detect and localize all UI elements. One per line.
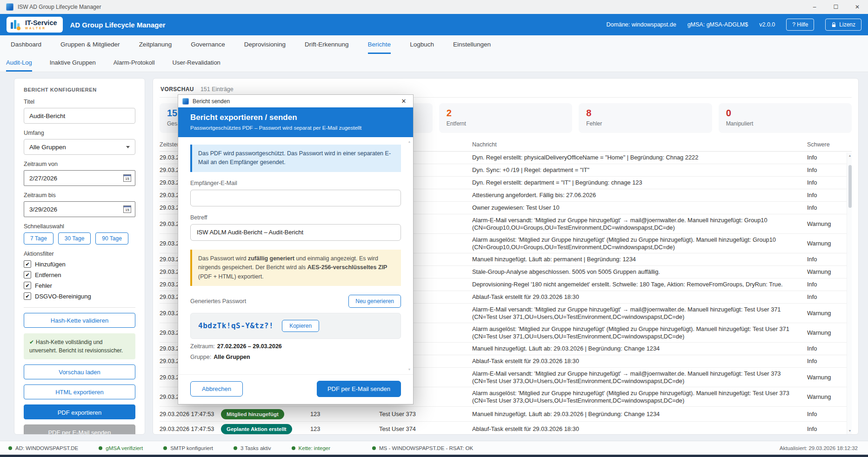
cancel-button[interactable]: Abbrechen xyxy=(190,381,243,397)
validate-hash-button[interactable]: Hash-Kette validieren xyxy=(24,313,135,328)
filter-dsgvo-bereinigung[interactable]: ✔ DSGVO-Bereinigung xyxy=(24,292,135,300)
cell-schwere: Info xyxy=(807,256,852,263)
subtab-alarm-protokoll[interactable]: Alarm-Protokoll xyxy=(114,54,155,72)
subtab-inaktive-gruppen[interactable]: Inaktive Gruppen xyxy=(50,54,96,72)
checkbox-checked-icon[interactable]: ✔ xyxy=(24,260,31,268)
brand-logo: IT-Service WALTER xyxy=(7,17,63,33)
date-from-input[interactable]: 2/27/2026 15 xyxy=(24,170,135,186)
cell-nachricht: Ablauf-Task erstellt für 29.03.2026 18:3… xyxy=(472,293,807,301)
cell-nachricht: Alarm ausgelöst: 'Mitglied zur Gruppe hi… xyxy=(472,325,807,340)
cell-schwere: Info xyxy=(807,411,852,418)
cell-nachricht: Stale-Group-Analyse abgeschlossen. 5005 … xyxy=(472,268,807,276)
export-pdf-button[interactable]: PDF exportieren xyxy=(24,404,135,419)
filter-hinzufügen[interactable]: ✔ Hinzufügen xyxy=(24,260,135,268)
tab-drift-erkennung[interactable]: Drift-Erkennung xyxy=(305,35,349,54)
calendar-icon[interactable]: 15 xyxy=(123,174,131,182)
quick-90-tage-button[interactable]: 90 Tage xyxy=(95,232,128,245)
scroll-up-icon[interactable]: ▲ xyxy=(848,154,852,158)
dialog-scrollbar[interactable]: ▲ ▼ xyxy=(407,140,412,371)
status-dot-icon xyxy=(99,446,102,450)
cell-schwere: Warnung xyxy=(807,329,852,337)
tab-dashboard[interactable]: Dashboard xyxy=(11,35,41,54)
calendar-icon[interactable]: 15 xyxy=(123,205,131,213)
load-preview-button[interactable]: Vorschau laden xyxy=(24,364,135,379)
dialog-close-icon[interactable]: ✕ xyxy=(396,95,411,107)
cell-schwere: Info xyxy=(807,166,852,174)
send-pdf-button[interactable]: PDF per E-Mail senden xyxy=(317,381,401,397)
filter-entfernen[interactable]: ✔ Entfernen xyxy=(24,271,135,278)
info-banner: Das PDF wird passwortgeschützt. Das Pass… xyxy=(190,145,401,172)
quick-7-tage-button[interactable]: 7 Tage xyxy=(24,232,53,245)
scrollbar-thumb[interactable] xyxy=(848,165,852,208)
tab-governance[interactable]: Governance xyxy=(191,35,225,54)
regenerate-button[interactable]: Neu generieren xyxy=(348,295,401,308)
domain-label: Domäne: windowspapst.de xyxy=(607,21,676,28)
subject-input[interactable]: ISW ADLM Audit-Bericht – Audit-Bericht xyxy=(190,224,401,241)
copy-button[interactable]: Kopieren xyxy=(282,320,319,332)
scroll-down-icon[interactable]: ▼ xyxy=(408,368,411,371)
tab-berichte[interactable]: Berichte xyxy=(368,35,391,54)
status-kette-integer: Kette: integer xyxy=(292,445,330,451)
checkbox-checked-icon[interactable]: ✔ xyxy=(24,292,31,300)
dialog-body: Das PDF wird passwortgeschützt. Das Pass… xyxy=(178,137,413,374)
umfang-select[interactable]: Alle Gruppen xyxy=(24,139,135,155)
filter-fehler[interactable]: ✔ Fehler xyxy=(24,282,135,289)
tab-einstellungen[interactable]: Einstellungen xyxy=(453,35,491,54)
tab-gruppen-mitglieder[interactable]: Gruppen & Mitglieder xyxy=(60,35,120,54)
dialog-titlebar: Bericht senden ✕ xyxy=(178,95,413,107)
cell-nachricht: Ablauf-Task erstellt für 29.03.2026 18:3… xyxy=(472,425,807,433)
preview-count: 151 Einträge xyxy=(200,86,234,93)
app-icon xyxy=(6,3,13,11)
status-dot-icon xyxy=(8,446,12,450)
scroll-down-icon[interactable]: ▼ xyxy=(848,429,852,433)
license-button[interactable]: Lizenz xyxy=(825,19,861,31)
column-header-schwere[interactable]: Schwere xyxy=(807,141,852,148)
card-label: Entfernt xyxy=(447,120,565,127)
subtab-audit-log[interactable]: Audit-Log xyxy=(6,54,32,72)
export-html-button[interactable]: HTML exportieren xyxy=(24,384,135,399)
window-titlebar: ISW AD Group Lifecycle Manager – ☐ ✕ xyxy=(0,0,868,14)
cell-nachricht: Alarm-E-Mail versandt: 'Mitglied zur Gru… xyxy=(472,370,807,385)
cell-schwere: Warnung xyxy=(807,268,852,276)
tab-deprovisioning[interactable]: Deprovisioning xyxy=(244,35,286,54)
zeitraum-row: Zeitraum:27.02.2026 – 29.03.2026 xyxy=(190,343,401,350)
table-row[interactable]: 29.03.2026 17:47:53 Geplante Aktion erst… xyxy=(160,422,852,434)
cell-nachricht: Manuell hinzugefügt. Läuft ab: 29.03.202… xyxy=(472,411,807,418)
table-row[interactable]: 29.03.2026 17:47:53 Mitglied hinzugefügt… xyxy=(160,407,852,422)
card-value: 8 xyxy=(586,108,704,118)
cell-schwere: Warnung xyxy=(807,374,852,381)
action-filter-list: ✔ Hinzufügen ✔ Entfernen ✔ Fehler ✔ DSGV… xyxy=(24,260,135,300)
scroll-up-icon[interactable]: ▲ xyxy=(408,140,411,144)
checkbox-checked-icon[interactable]: ✔ xyxy=(24,282,31,289)
minimize-icon[interactable]: – xyxy=(804,0,825,14)
checkbox-checked-icon[interactable]: ✔ xyxy=(24,271,31,278)
action-filter-label: Aktionsfilter xyxy=(24,251,135,257)
quick-select-row: 7 Tage30 Tage90 Tage xyxy=(24,232,135,245)
cell-schwere: Warnung xyxy=(807,240,852,247)
table-scrollbar[interactable]: ▲ ▼ xyxy=(847,152,852,434)
card-label: Manipuliert xyxy=(726,120,844,127)
titel-input[interactable]: Audit-Bericht xyxy=(24,108,135,124)
status-smtp-konfiguriert: SMTP konfiguriert xyxy=(163,445,213,451)
titel-label: Titel xyxy=(24,99,135,105)
quick-select-label: Schnellauswahl xyxy=(24,223,135,230)
send-pdf-email-button[interactable]: PDF per E-Mail senden xyxy=(24,424,135,435)
column-header-nachricht[interactable]: Nachricht xyxy=(472,141,807,148)
cell-schwere: Warnung xyxy=(807,310,852,317)
send-report-dialog: Bericht senden ✕ Bericht exportieren / s… xyxy=(178,94,414,404)
recipient-email-input[interactable] xyxy=(190,190,401,206)
close-icon[interactable]: ✕ xyxy=(847,0,868,14)
help-button[interactable]: ? Hilfe xyxy=(786,19,814,31)
cell-aktion: Geplante Aktion erstellt xyxy=(221,424,310,434)
check-icon: ✔ xyxy=(29,339,34,345)
date-to-input[interactable]: 3/29/2026 15 xyxy=(24,201,135,217)
tab-logbuch[interactable]: Logbuch xyxy=(410,35,434,54)
quick-30-tage-button[interactable]: 30 Tage xyxy=(58,232,91,245)
subtab-user-revalidation[interactable]: User-Revalidation xyxy=(173,54,220,72)
status-gmsa-verifiziert: gMSA verifiziert xyxy=(99,445,143,451)
maximize-icon[interactable]: ☐ xyxy=(825,0,847,14)
tab-zeitplanung[interactable]: Zeitplanung xyxy=(139,35,172,54)
dialog-heading: Bericht exportieren / senden xyxy=(190,113,401,122)
window-title: ISW AD Group Lifecycle Manager xyxy=(18,4,101,10)
status-bar: AD: WINDOWSPAPST.DE gMSA verifiziert SMT… xyxy=(0,441,868,455)
